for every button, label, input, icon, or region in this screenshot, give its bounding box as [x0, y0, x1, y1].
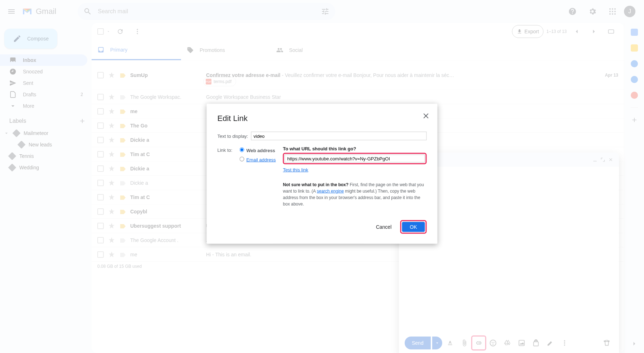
email-address-radio[interactable]: Email address	[239, 157, 275, 163]
ok-button[interactable]: OK	[402, 222, 425, 232]
help-text: Not sure what to put in the box? First, …	[283, 182, 427, 207]
url-input[interactable]	[285, 155, 425, 163]
search-engine-link[interactable]: search engine	[317, 189, 344, 194]
dialog-close-button[interactable]	[422, 112, 430, 120]
web-address-radio[interactable]: Web address	[239, 148, 275, 153]
close-icon	[422, 112, 430, 120]
test-link[interactable]: Test this link	[283, 167, 308, 173]
link-to-label: Link to:	[218, 146, 233, 207]
url-input-highlight	[283, 153, 427, 164]
url-question-label: To what URL should this link go?	[283, 146, 427, 151]
edit-link-dialog: Edit Link Text to display: Link to: Web …	[207, 104, 438, 244]
text-to-display-label: Text to display:	[218, 133, 248, 139]
text-to-display-input[interactable]	[251, 132, 427, 140]
ok-button-highlight: OK	[400, 220, 426, 234]
cancel-button[interactable]: Cancel	[370, 221, 397, 233]
dialog-title: Edit Link	[218, 114, 427, 123]
